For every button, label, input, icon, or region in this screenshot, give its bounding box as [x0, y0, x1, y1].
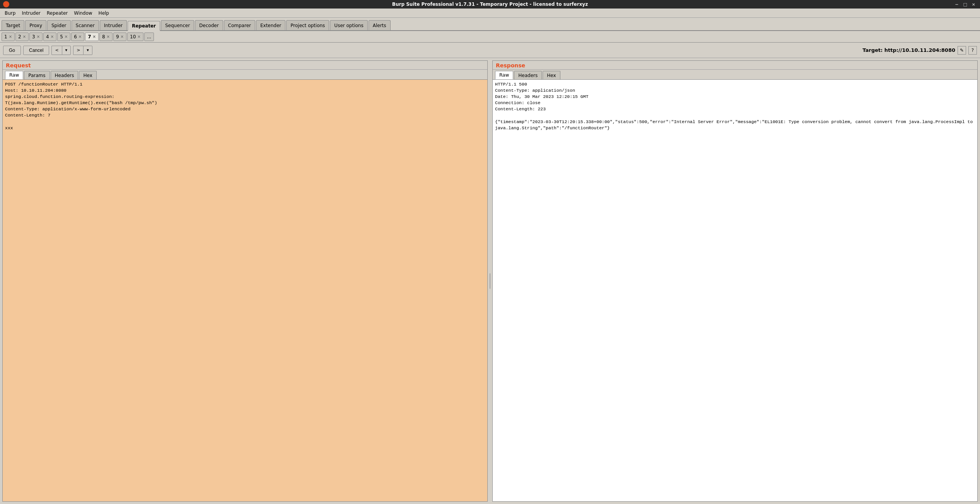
menu-intruder[interactable]: Intruder	[19, 10, 43, 17]
tab-user-options[interactable]: User options	[330, 20, 367, 30]
cancel-button[interactable]: Cancel	[23, 46, 49, 55]
menu-help[interactable]: Help	[96, 10, 112, 17]
menu-bar: Burp Intruder Repeater Window Help	[0, 9, 980, 18]
tab-extender[interactable]: Extender	[256, 20, 285, 30]
next-dropdown-button[interactable]: ▾	[83, 46, 92, 55]
close-tab-6-icon[interactable]: ×	[79, 34, 82, 39]
repeater-tab-3[interactable]: 3×	[29, 33, 43, 41]
repeater-tab-6[interactable]: 6×	[71, 33, 84, 41]
request-tab-headers[interactable]: Headers	[51, 71, 79, 79]
nav-prev-group: < ▾	[51, 46, 71, 55]
request-panel-title: Request	[3, 61, 487, 70]
response-panel-title: Response	[493, 61, 977, 70]
request-text: POST /functionRouter HTTP/1.1 Host: 10.1…	[3, 80, 487, 133]
repeater-tab-2[interactable]: 2×	[15, 33, 29, 41]
request-tab-params[interactable]: Params	[24, 71, 50, 79]
repeater-tab-5[interactable]: 5×	[57, 33, 70, 41]
response-panel-tabs: Raw Headers Hex	[493, 70, 977, 80]
repeater-tab-4[interactable]: 4×	[43, 33, 56, 41]
tab-decoder[interactable]: Decoder	[195, 20, 223, 30]
close-tab-10-icon[interactable]: ×	[137, 34, 140, 39]
close-tab-1-icon[interactable]: ×	[9, 34, 12, 39]
repeater-tab-9[interactable]: 9×	[113, 33, 126, 41]
response-content[interactable]: HTTP/1.1 500 Content-Type: application/j…	[493, 80, 977, 501]
next-button[interactable]: >	[73, 46, 83, 55]
repeater-tab-10[interactable]: 10×	[127, 33, 143, 41]
menu-repeater[interactable]: Repeater	[44, 10, 71, 17]
request-content[interactable]: POST /functionRouter HTTP/1.1 Host: 10.1…	[3, 80, 487, 501]
repeater-tab-1[interactable]: 1×	[2, 33, 15, 41]
tab-alerts[interactable]: Alerts	[369, 20, 391, 30]
tab-intruder[interactable]: Intruder	[100, 20, 127, 30]
close-tab-2-icon[interactable]: ×	[23, 34, 26, 39]
response-tab-headers[interactable]: Headers	[514, 71, 542, 79]
repeater-tab-bar: 1× 2× 3× 4× 5× 6× 7× 8× 9× 10× ...	[0, 31, 980, 43]
title-bar: Burp Suite Professional v1.7.31 - Tempor…	[0, 0, 980, 9]
tab-sequencer[interactable]: Sequencer	[161, 20, 194, 30]
request-panel-tabs: Raw Params Headers Hex	[3, 70, 487, 80]
repeater-tab-7[interactable]: 7×	[85, 33, 99, 41]
close-tab-9-icon[interactable]: ×	[121, 34, 124, 39]
toolbar: Go Cancel < ▾ > ▾ Target: http://10.10.1…	[0, 43, 980, 58]
help-button[interactable]: ?	[968, 46, 977, 55]
menu-window[interactable]: Window	[71, 10, 95, 17]
tab-proxy[interactable]: Proxy	[25, 20, 46, 30]
close-tab-3-icon[interactable]: ×	[37, 34, 40, 39]
title-bar-text: Burp Suite Professional v1.7.31 - Tempor…	[392, 2, 588, 7]
tab-project-options[interactable]: Project options	[286, 20, 329, 30]
app-icon	[3, 1, 9, 7]
minimize-button[interactable]: −	[953, 2, 960, 7]
tab-repeater[interactable]: Repeater	[128, 21, 160, 31]
response-tab-hex[interactable]: Hex	[543, 71, 560, 79]
close-button[interactable]: ×	[970, 2, 977, 7]
maximize-button[interactable]: □	[961, 2, 968, 7]
prev-dropdown-button[interactable]: ▾	[62, 46, 71, 55]
response-text: HTTP/1.1 500 Content-Type: application/j…	[493, 80, 977, 133]
menu-burp[interactable]: Burp	[2, 10, 19, 17]
edit-target-button[interactable]: ✎	[958, 46, 966, 55]
response-tab-raw[interactable]: Raw	[495, 71, 513, 79]
target-label: Target: http://10.10.11.204:8080	[862, 47, 955, 53]
nav-next-group: > ▾	[73, 46, 92, 55]
tab-comparer[interactable]: Comparer	[224, 20, 255, 30]
window-controls[interactable]: − □ ×	[953, 2, 977, 7]
response-panel: Response Raw Headers Hex HTTP/1.1 500 Co…	[492, 60, 978, 502]
prev-button[interactable]: <	[51, 46, 61, 55]
request-tab-hex[interactable]: Hex	[79, 71, 96, 79]
close-tab-4-icon[interactable]: ×	[51, 34, 54, 39]
tab-scanner[interactable]: Scanner	[72, 20, 99, 30]
close-tab-5-icon[interactable]: ×	[65, 34, 68, 39]
request-tab-raw[interactable]: Raw	[5, 71, 23, 79]
tab-spider[interactable]: Spider	[47, 20, 71, 30]
content-area: Request Raw Params Headers Hex POST /fun…	[0, 58, 980, 504]
close-tab-7-icon[interactable]: ×	[93, 34, 96, 39]
tab-target[interactable]: Target	[2, 20, 24, 30]
close-tab-8-icon[interactable]: ×	[107, 34, 110, 39]
panel-divider[interactable]	[489, 58, 491, 504]
repeater-tab-8[interactable]: 8×	[99, 33, 113, 41]
request-panel: Request Raw Params Headers Hex POST /fun…	[2, 60, 488, 502]
repeater-tab-more[interactable]: ...	[144, 33, 154, 41]
go-button[interactable]: Go	[3, 46, 21, 55]
main-tab-bar: Target Proxy Spider Scanner Intruder Rep…	[0, 18, 980, 31]
